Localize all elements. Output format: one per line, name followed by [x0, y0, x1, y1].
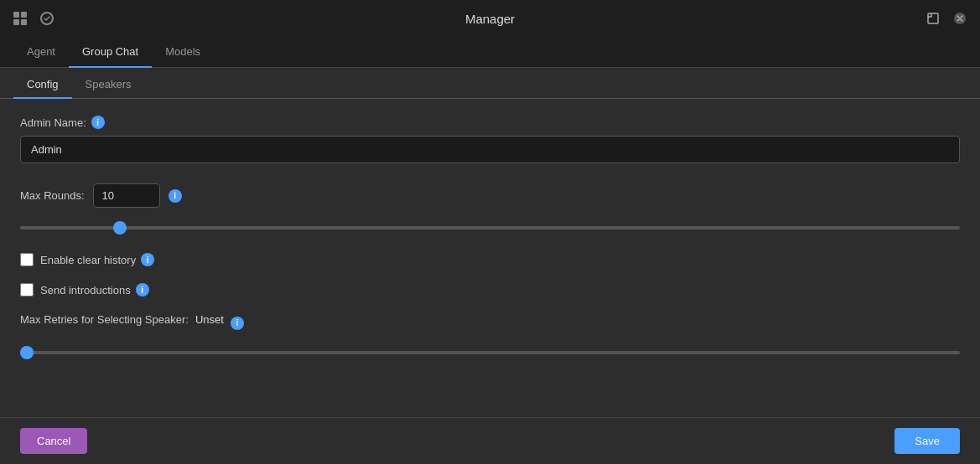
close-button[interactable] — [950, 8, 970, 28]
content-area: Admin Name: i Max Rounds: i Enable clear… — [0, 99, 980, 417]
svg-rect-5 — [928, 13, 938, 23]
sub-tab-speakers[interactable]: Speakers — [72, 71, 145, 99]
svg-rect-2 — [13, 19, 19, 25]
top-tabs: Agent Group Chat Models — [0, 37, 980, 68]
admin-name-info-icon[interactable]: i — [91, 116, 105, 129]
send-introductions-checkbox[interactable] — [20, 283, 34, 296]
send-introductions-label: Send introductions i — [40, 283, 149, 296]
max-retries-value: Unset — [195, 313, 224, 326]
max-rounds-label: Max Rounds: — [20, 189, 85, 202]
main-window: Manager Agent Group Chat Models Config S… — [0, 0, 980, 464]
max-retries-info-icon[interactable]: i — [231, 317, 244, 330]
window-title: Manager — [465, 12, 515, 26]
sub-tab-config[interactable]: Config — [13, 71, 72, 99]
svg-rect-3 — [21, 19, 27, 25]
max-retries-field-group: Max Retries for Selecting Speaker: Unset… — [20, 313, 960, 358]
enable-clear-history-info-icon[interactable]: i — [141, 253, 154, 266]
sub-tabs: Config Speakers — [0, 71, 980, 99]
enable-clear-history-checkbox[interactable] — [20, 253, 34, 266]
max-rounds-input[interactable] — [93, 183, 160, 208]
titlebar-right-controls — [923, 8, 970, 28]
titlebar: Manager — [0, 0, 980, 37]
tab-models[interactable]: Models — [152, 37, 214, 68]
admin-name-input[interactable] — [20, 136, 960, 163]
cancel-button[interactable]: Cancel — [20, 428, 87, 454]
footer: Cancel Save — [0, 417, 980, 464]
maximize-button[interactable] — [923, 8, 943, 28]
admin-name-field-group: Admin Name: i — [20, 116, 960, 163]
send-introductions-row: Send introductions i — [20, 283, 960, 296]
max-retries-slider[interactable] — [20, 351, 960, 354]
max-retries-slider-container — [20, 343, 960, 358]
max-rounds-slider-container — [20, 218, 960, 233]
tab-group-chat[interactable]: Group Chat — [69, 37, 152, 68]
max-rounds-field-group: Max Rounds: i — [20, 183, 960, 233]
max-retries-row: Max Retries for Selecting Speaker: Unset… — [20, 313, 960, 333]
enable-clear-history-label: Enable clear history i — [40, 253, 154, 266]
svg-rect-1 — [21, 12, 27, 18]
send-introductions-info-icon[interactable]: i — [136, 283, 149, 296]
titlebar-left-icons — [10, 8, 57, 28]
app-icon-2[interactable] — [37, 8, 57, 28]
enable-clear-history-row: Enable clear history i — [20, 253, 960, 266]
tab-agent[interactable]: Agent — [13, 37, 69, 68]
max-rounds-info-icon[interactable]: i — [169, 189, 182, 203]
max-retries-label: Max Retries for Selecting Speaker: — [20, 313, 189, 326]
max-rounds-row: Max Rounds: i — [20, 183, 960, 208]
app-icon-1[interactable] — [10, 8, 30, 28]
admin-name-label: Admin Name: i — [20, 116, 960, 129]
svg-rect-0 — [13, 12, 19, 18]
max-rounds-slider[interactable] — [20, 226, 960, 229]
save-button[interactable]: Save — [894, 428, 960, 454]
